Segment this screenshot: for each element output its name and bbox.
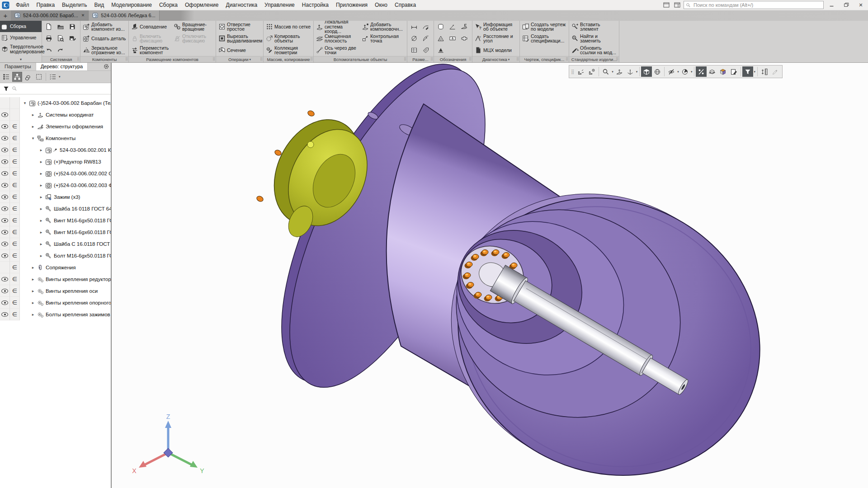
toolbar-grip-icon[interactable]: ⣿	[571, 69, 574, 74]
gear-icon[interactable]	[102, 62, 111, 70]
visibility-eye-icon[interactable]	[1, 289, 8, 293]
axis-two-points-button[interactable]: Ось через две точки	[315, 44, 360, 56]
insert-element-button[interactable]: Вставить элемент	[570, 21, 618, 33]
dropdown-arrow-icon[interactable]: ▾	[754, 70, 755, 74]
visibility-eye-icon[interactable]	[1, 218, 8, 223]
simple-hole-button[interactable]: Отверстие простое	[217, 21, 264, 33]
group-label-array[interactable]: Массив, копирование⣿	[264, 56, 313, 62]
linear-dimension-icon[interactable]	[408, 21, 420, 33]
orientation-icon[interactable]	[614, 66, 625, 77]
expand-arrow-icon[interactable]: ▸	[31, 277, 35, 282]
menu-applications[interactable]: Приложения	[332, 0, 371, 10]
expand-arrow-icon[interactable]: ▸	[31, 124, 35, 129]
tree-row-decoration[interactable]: ∈ ▸Элементы оформления	[0, 121, 111, 132]
close-button[interactable]: ✕	[854, 0, 867, 10]
leader-icon[interactable]	[447, 21, 458, 33]
group-label-dimensions[interactable]: Разме...⣿	[407, 56, 434, 62]
group-label-operations[interactable]: Операции▾⣿	[216, 56, 263, 62]
include-icon[interactable]: ∈	[12, 135, 17, 141]
create-spec-button[interactable]: Создать спецификаци...	[521, 33, 568, 44]
tree-row-screw50[interactable]: ∈ ▸Винт М16-6gx50.0118 ГОСТ 11738-...	[0, 215, 111, 226]
expand-arrow-icon[interactable]: ▸	[39, 206, 43, 211]
include-icon[interactable]: ∈	[12, 170, 17, 176]
tree-marquee-button[interactable]	[34, 72, 44, 82]
visibility-eye-icon[interactable]	[1, 124, 8, 129]
menu-file[interactable]: Файл	[12, 0, 33, 10]
expand-arrow-icon[interactable]: ▸	[39, 160, 43, 164]
print-button[interactable]	[43, 33, 55, 44]
dropdown-arrow-icon[interactable]: ▾	[677, 70, 679, 74]
dropdown-arrow-icon[interactable]: ▾	[612, 70, 613, 74]
distance-angle-button[interactable]: Расстояние и угол	[473, 33, 519, 44]
dropdown-arrow-icon[interactable]: ▾	[691, 70, 693, 74]
hatch-angle-icon[interactable]	[435, 33, 447, 44]
window-single-icon[interactable]	[662, 1, 671, 9]
menu-view[interactable]: Вид	[90, 0, 108, 10]
group-label-standard-parts[interactable]: Стандартные издели...⣿	[569, 56, 619, 62]
visibility-eye-icon[interactable]	[1, 160, 8, 164]
tree-row-root[interactable]: ▾(-)524-03-006.002 Барабан (Тел-0, Сб...	[0, 97, 111, 109]
enable-fixation-button[interactable]: Включить фиксацию	[130, 33, 172, 44]
restore-button[interactable]	[840, 0, 853, 10]
tree-row-bolt[interactable]: ∈ ▸Болт М16-6gx50.0118 ГОСТ 7805-7...	[0, 250, 111, 262]
tolerance-frame-icon[interactable]	[447, 33, 458, 44]
appearance-icon[interactable]	[717, 66, 728, 77]
expand-arrow-icon[interactable]: ▸	[39, 253, 43, 258]
expand-arrow-icon[interactable]: ▸	[31, 265, 35, 270]
include-icon[interactable]: ∈	[12, 206, 17, 211]
tree-row-components[interactable]: ∈ ▾Компоненты	[0, 132, 111, 144]
include-icon[interactable]: ∈	[12, 194, 17, 200]
include-icon[interactable]: ∈	[12, 264, 17, 270]
angular-dimension-icon[interactable]	[420, 33, 432, 44]
add-layout-geometry-button[interactable]: Добавить компоновочн...	[360, 21, 406, 33]
tree-row-axle-screws[interactable]: ∈ ▸Винты крепления оси	[0, 285, 111, 297]
expand-arrow-icon[interactable]: ▸	[39, 218, 43, 223]
tree-row-gearbox-screws[interactable]: ∈ ▸Винты крепления редуктора	[0, 273, 111, 285]
tree-parameters-view-button[interactable]	[1, 72, 11, 82]
tree-structure-view-button[interactable]	[12, 72, 22, 82]
expand-arrow-icon[interactable]: ▸	[39, 183, 43, 188]
cut-extrude-button[interactable]: Вырезать выдавливанием	[217, 33, 264, 44]
copy-objects-button[interactable]: Копировать объекты	[264, 33, 312, 44]
tree-row-mates[interactable]: ∈ ▸Сопряжения	[0, 262, 111, 273]
undo-button[interactable]	[43, 44, 55, 56]
tree-row-gearbox[interactable]: ∈ ▸(+)Редуктор RW813	[0, 156, 111, 168]
control-point-button[interactable]: Контрольная точка	[360, 33, 406, 44]
visibility-eye-icon[interactable]	[1, 206, 8, 211]
tree-display-options-button[interactable]	[48, 72, 58, 82]
visibility-eye-icon[interactable]	[1, 277, 8, 282]
expand-arrow-icon[interactable]: ▸	[31, 300, 35, 305]
move-component-button[interactable]: Переместить компонент	[130, 44, 172, 56]
tree-row-drum-body[interactable]: ∈ ▸524-03-006.002.001 Корпус бара...	[0, 144, 111, 156]
csys-icon[interactable]	[576, 66, 586, 77]
create-drawing-button[interactable]: Создать чертеж по модели	[521, 21, 568, 33]
include-icon[interactable]: ∈	[12, 253, 17, 258]
tab-parameters[interactable]: Параметры	[0, 62, 36, 70]
include-icon[interactable]: ∈	[12, 147, 17, 153]
menu-modeling[interactable]: Моделирование	[108, 0, 156, 10]
new-document-button[interactable]	[43, 21, 55, 33]
rotation-rotation-button[interactable]: Вращение-вращение	[172, 21, 215, 33]
menu-assembly[interactable]: Сборка	[156, 0, 181, 10]
sketch-icon[interactable]	[728, 66, 739, 77]
include-icon[interactable]: ∈	[12, 300, 17, 305]
expand-arrow-icon[interactable]: ▸	[39, 148, 43, 152]
add-component-button[interactable]: Добавить компонент из...	[81, 21, 127, 33]
group-label-system[interactable]: Системная⣿	[42, 56, 80, 62]
tab-drum-assembly[interactable]: 524-03-006.002 Бараб... ✕	[11, 10, 89, 21]
mass-properties-button[interactable]: МЦХ модели	[473, 44, 519, 56]
geometry-collection-button[interactable]: Коллекция геометрии	[264, 44, 312, 56]
minimize-button[interactable]	[826, 0, 838, 10]
diameter-dimension-icon[interactable]	[408, 33, 420, 44]
visibility-eye-icon[interactable]	[1, 242, 8, 246]
visibility-eye-icon[interactable]	[1, 113, 8, 117]
tree-row-clamp-bolts[interactable]: ∈ ▸Болты крепления зажимов	[0, 309, 111, 320]
tab-tree-structure[interactable]: Дерево: структура	[36, 62, 88, 70]
disable-fixation-button[interactable]: Отключить фиксацию	[172, 33, 215, 44]
expand-arrow-icon[interactable]: ▸	[39, 242, 43, 246]
create-part-button[interactable]: Создать деталь	[81, 33, 127, 44]
visibility-eye-icon[interactable]	[1, 148, 8, 152]
tree-row-screw60[interactable]: ∈ ▸Винт М16-6gx60.0118 ГОСТ 11738-...	[0, 226, 111, 238]
shaded-mode-icon[interactable]	[641, 66, 652, 77]
include-icon[interactable]: ∈	[12, 311, 17, 317]
